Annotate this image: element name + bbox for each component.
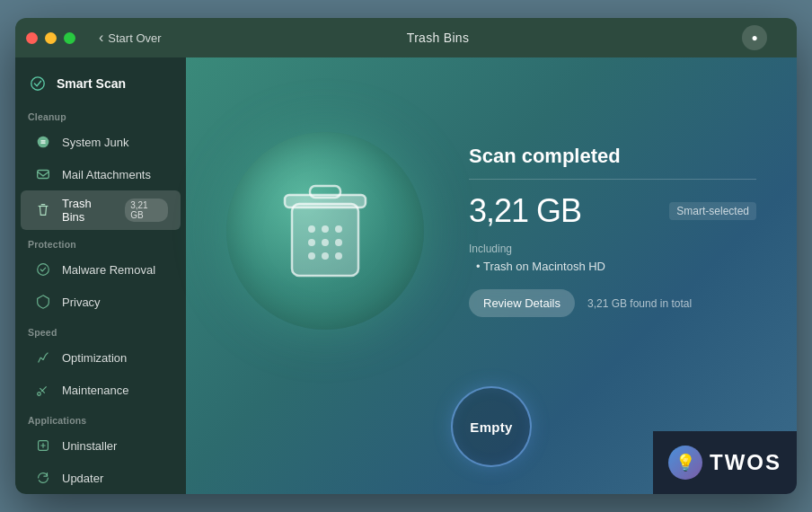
sidebar-item-trash-bins[interactable]: Trash Bins 3,21 GB bbox=[21, 190, 181, 230]
section-cleanup-label: Cleanup bbox=[15, 102, 186, 126]
close-button[interactable] bbox=[26, 32, 38, 44]
sidebar-item-privacy[interactable]: Privacy bbox=[21, 286, 181, 318]
back-button-label: Start Over bbox=[108, 31, 161, 45]
size-value: 3,21 GB bbox=[469, 192, 581, 230]
svg-rect-2 bbox=[40, 140, 45, 141]
sidebar-item-maintenance[interactable]: Maintenance bbox=[21, 374, 181, 406]
svg-point-23 bbox=[335, 225, 342, 233]
minimize-button[interactable] bbox=[45, 32, 57, 44]
title-bar-center: Trash Bins bbox=[90, 31, 786, 45]
updater-label: Updater bbox=[62, 472, 103, 485]
sidebar-item-uninstaller[interactable]: Uninstaller bbox=[21, 429, 181, 462]
including-item-trash: Trash on Macintosh HD bbox=[476, 260, 756, 273]
found-total-label: 3,21 GB found in total bbox=[587, 297, 692, 310]
including-label: Including bbox=[469, 243, 756, 255]
privacy-label: Privacy bbox=[62, 296, 101, 309]
trash-bins-badge: 3,21 GB bbox=[125, 199, 168, 222]
svg-rect-3 bbox=[40, 142, 45, 143]
smart-scan-label: Smart Scan bbox=[57, 76, 126, 91]
back-arrow-icon: ‹ bbox=[99, 30, 103, 46]
watermark-text: TWOS bbox=[710, 450, 781, 475]
title-bar-right: ● bbox=[742, 25, 767, 50]
svg-point-1 bbox=[38, 137, 49, 148]
trash-icon-circle bbox=[226, 132, 424, 330]
svg-point-24 bbox=[308, 239, 315, 246]
svg-point-5 bbox=[38, 264, 49, 276]
info-panel: Scan completed 3,21 GB Smart-selected In… bbox=[469, 145, 756, 317]
malware-removal-label: Malware Removal bbox=[62, 263, 155, 277]
content-main: Scan completed 3,21 GB Smart-selected In… bbox=[204, 84, 779, 377]
sidebar-item-updater[interactable]: Updater bbox=[21, 462, 181, 494]
smart-selected-badge: Smart-selected bbox=[669, 202, 756, 220]
svg-rect-4 bbox=[38, 171, 49, 179]
svg-point-10 bbox=[38, 393, 41, 396]
section-protection-label: Protection bbox=[15, 230, 186, 253]
sidebar-item-smart-scan[interactable]: Smart Scan bbox=[15, 65, 186, 102]
maintenance-icon bbox=[33, 380, 53, 400]
svg-line-6 bbox=[39, 358, 41, 362]
svg-point-27 bbox=[308, 252, 315, 260]
main-layout: Smart Scan Cleanup System Junk bbox=[15, 57, 797, 494]
system-junk-label: System Junk bbox=[62, 136, 128, 149]
scan-completed-title: Scan completed bbox=[469, 145, 756, 168]
trash-illustration bbox=[276, 177, 375, 285]
optimization-icon bbox=[33, 348, 53, 367]
app-window: ‹ Start Over Trash Bins ● Smart Scan bbox=[15, 18, 797, 494]
updater-icon bbox=[33, 468, 53, 488]
watermark: 💡 TWOS bbox=[653, 431, 797, 494]
sidebar: Smart Scan Cleanup System Junk bbox=[15, 57, 186, 494]
malware-removal-icon bbox=[33, 260, 53, 279]
sidebar-item-mail-attachments[interactable]: Mail Attachments bbox=[21, 158, 181, 190]
svg-point-0 bbox=[31, 77, 44, 90]
empty-button-container: Empty bbox=[451, 386, 532, 467]
svg-point-28 bbox=[322, 252, 329, 260]
divider bbox=[469, 179, 756, 180]
uninstaller-label: Uninstaller bbox=[62, 439, 117, 453]
smart-scan-icon bbox=[28, 74, 48, 93]
system-junk-icon bbox=[33, 132, 53, 152]
empty-button-label: Empty bbox=[470, 419, 512, 435]
trash-bins-label: Trash Bins bbox=[62, 197, 116, 224]
svg-point-21 bbox=[308, 225, 315, 233]
svg-line-8 bbox=[43, 355, 46, 359]
sidebar-item-optimization[interactable]: Optimization bbox=[21, 341, 181, 374]
optimization-label: Optimization bbox=[62, 351, 127, 365]
section-applications-label: Applications bbox=[15, 406, 186, 429]
maximize-button[interactable] bbox=[64, 32, 75, 44]
svg-point-25 bbox=[322, 239, 329, 246]
section-speed-label: Speed bbox=[15, 318, 186, 341]
more-options-button[interactable]: ● bbox=[742, 25, 767, 50]
mail-attachments-icon bbox=[33, 164, 53, 184]
mail-attachments-label: Mail Attachments bbox=[62, 168, 151, 181]
trash-bins-icon bbox=[33, 200, 53, 220]
content-area: Scan completed 3,21 GB Smart-selected In… bbox=[186, 57, 797, 494]
svg-point-29 bbox=[335, 252, 342, 260]
svg-point-26 bbox=[335, 239, 342, 246]
maintenance-label: Maintenance bbox=[62, 384, 128, 397]
action-row: Review Details 3,21 GB found in total bbox=[469, 289, 756, 317]
sidebar-item-system-junk[interactable]: System Junk bbox=[21, 126, 181, 158]
empty-button[interactable]: Empty bbox=[451, 386, 532, 467]
svg-line-9 bbox=[46, 353, 49, 356]
uninstaller-icon bbox=[33, 436, 53, 455]
privacy-icon bbox=[33, 292, 53, 312]
window-title: Trash Bins bbox=[407, 31, 469, 45]
sidebar-item-malware-removal[interactable]: Malware Removal bbox=[21, 253, 181, 286]
size-row: 3,21 GB Smart-selected bbox=[469, 192, 756, 230]
window-controls bbox=[26, 32, 75, 44]
svg-point-22 bbox=[322, 225, 329, 233]
title-bar: ‹ Start Over Trash Bins ● bbox=[15, 18, 797, 57]
watermark-logo-icon: 💡 bbox=[668, 446, 702, 480]
back-button[interactable]: ‹ Start Over bbox=[99, 30, 162, 46]
review-details-button[interactable]: Review Details bbox=[469, 289, 575, 317]
